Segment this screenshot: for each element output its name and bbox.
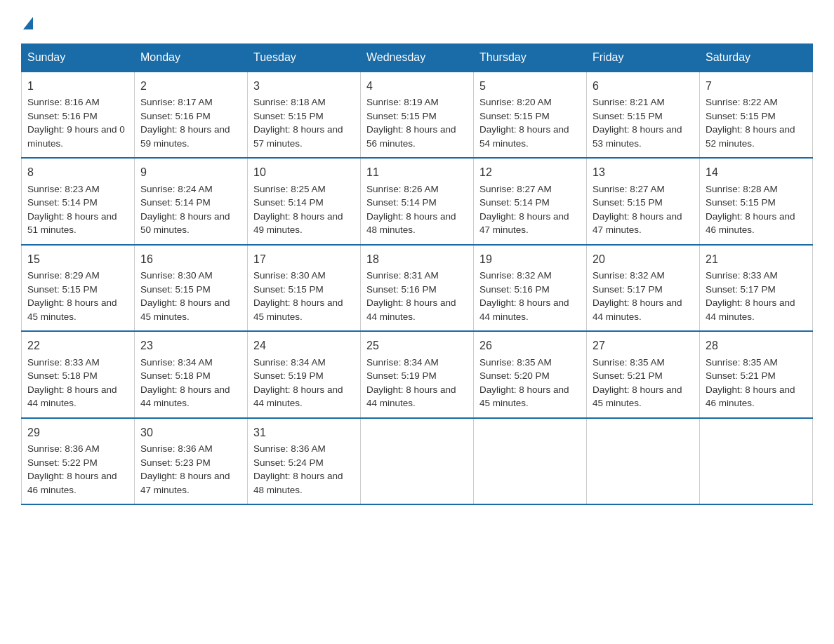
sunset-label: Sunset: 5:14 PM <box>27 197 98 208</box>
daylight-label: Daylight: 8 hours and 54 minutes. <box>479 124 569 149</box>
day-number: 11 <box>366 164 468 180</box>
sunrise-label: Sunrise: 8:36 AM <box>253 443 326 454</box>
sunset-label: Sunset: 5:14 PM <box>253 197 324 208</box>
calendar-week-row: 1Sunrise: 8:16 AMSunset: 5:16 PMDaylight… <box>22 72 813 158</box>
daylight-label: Daylight: 8 hours and 45 minutes. <box>27 297 117 322</box>
sunset-label: Sunset: 5:15 PM <box>253 284 324 295</box>
day-number: 10 <box>253 164 355 180</box>
day-number: 27 <box>593 337 694 354</box>
daylight-label: Daylight: 8 hours and 48 minutes. <box>366 211 456 236</box>
day-number: 1 <box>27 78 128 94</box>
calendar-week-row: 22Sunrise: 8:33 AMSunset: 5:18 PMDayligh… <box>22 331 813 417</box>
sunset-label: Sunset: 5:18 PM <box>140 370 211 381</box>
sunset-label: Sunset: 5:15 PM <box>593 197 663 208</box>
day-number: 29 <box>27 424 128 441</box>
calendar-cell: 20Sunrise: 8:32 AMSunset: 5:17 PMDayligh… <box>587 245 700 331</box>
daylight-label: Daylight: 8 hours and 45 minutes. <box>479 384 569 409</box>
daylight-label: Daylight: 8 hours and 45 minutes. <box>140 297 230 322</box>
calendar-cell: 19Sunrise: 8:32 AMSunset: 5:16 PMDayligh… <box>474 245 587 331</box>
sunrise-label: Sunrise: 8:31 AM <box>366 270 439 281</box>
sunrise-label: Sunrise: 8:34 AM <box>366 357 439 368</box>
day-number: 5 <box>479 78 581 94</box>
sunset-label: Sunset: 5:15 PM <box>366 111 437 121</box>
sunset-label: Sunset: 5:15 PM <box>140 284 211 295</box>
day-number: 14 <box>706 164 807 180</box>
daylight-label: Daylight: 8 hours and 44 minutes. <box>253 384 343 409</box>
sunrise-label: Sunrise: 8:34 AM <box>140 357 213 368</box>
calendar-week-row: 15Sunrise: 8:29 AMSunset: 5:15 PMDayligh… <box>22 245 813 331</box>
sunset-label: Sunset: 5:23 PM <box>140 457 211 468</box>
day-number: 21 <box>706 251 807 267</box>
daylight-label: Daylight: 8 hours and 44 minutes. <box>140 384 230 409</box>
day-number: 19 <box>479 251 581 267</box>
calendar-cell: 30Sunrise: 8:36 AMSunset: 5:23 PMDayligh… <box>135 418 248 504</box>
sunset-label: Sunset: 5:17 PM <box>593 284 663 295</box>
day-number: 28 <box>706 337 807 354</box>
sunset-label: Sunset: 5:15 PM <box>253 111 324 121</box>
day-number: 22 <box>27 337 128 354</box>
sunrise-label: Sunrise: 8:27 AM <box>479 184 552 194</box>
calendar-table: SundayMondayTuesdayWednesdayThursdayFrid… <box>21 43 813 505</box>
day-number: 23 <box>140 337 241 354</box>
daylight-label: Daylight: 8 hours and 45 minutes. <box>253 297 343 322</box>
calendar-cell <box>700 418 813 504</box>
day-number: 2 <box>140 78 241 94</box>
sunrise-label: Sunrise: 8:18 AM <box>253 97 326 107</box>
calendar-cell: 2Sunrise: 8:17 AMSunset: 5:16 PMDaylight… <box>135 72 248 158</box>
daylight-label: Daylight: 8 hours and 46 minutes. <box>706 211 795 236</box>
calendar-cell: 13Sunrise: 8:27 AMSunset: 5:15 PMDayligh… <box>587 158 700 244</box>
daylight-label: Daylight: 8 hours and 44 minutes. <box>706 297 795 322</box>
daylight-label: Daylight: 8 hours and 49 minutes. <box>253 211 343 236</box>
sunrise-label: Sunrise: 8:33 AM <box>27 357 100 368</box>
sunrise-label: Sunrise: 8:29 AM <box>27 270 100 281</box>
calendar-cell: 27Sunrise: 8:35 AMSunset: 5:21 PMDayligh… <box>587 331 700 417</box>
daylight-label: Daylight: 8 hours and 50 minutes. <box>140 211 230 236</box>
sunrise-label: Sunrise: 8:30 AM <box>253 270 326 281</box>
calendar-cell: 18Sunrise: 8:31 AMSunset: 5:16 PMDayligh… <box>361 245 474 331</box>
sunset-label: Sunset: 5:22 PM <box>27 457 98 468</box>
sunset-label: Sunset: 5:15 PM <box>706 197 776 208</box>
sunset-label: Sunset: 5:16 PM <box>140 111 211 121</box>
day-number: 18 <box>366 251 468 267</box>
sunset-label: Sunset: 5:24 PM <box>253 457 324 468</box>
day-number: 4 <box>366 78 468 94</box>
sunset-label: Sunset: 5:15 PM <box>27 284 98 295</box>
sunset-label: Sunset: 5:18 PM <box>27 370 98 381</box>
daylight-label: Daylight: 8 hours and 48 minutes. <box>253 471 343 495</box>
day-number: 31 <box>253 424 355 441</box>
day-header-tuesday: Tuesday <box>248 44 361 72</box>
calendar-header-row: SundayMondayTuesdayWednesdayThursdayFrid… <box>22 44 813 72</box>
sunrise-label: Sunrise: 8:17 AM <box>140 97 213 107</box>
day-header-wednesday: Wednesday <box>361 44 474 72</box>
calendar-cell: 8Sunrise: 8:23 AMSunset: 5:14 PMDaylight… <box>22 158 135 244</box>
sunset-label: Sunset: 5:20 PM <box>479 370 550 381</box>
sunrise-label: Sunrise: 8:35 AM <box>479 357 552 368</box>
calendar-week-row: 29Sunrise: 8:36 AMSunset: 5:22 PMDayligh… <box>22 418 813 504</box>
calendar-cell: 3Sunrise: 8:18 AMSunset: 5:15 PMDaylight… <box>248 72 361 158</box>
day-number: 24 <box>253 337 355 354</box>
calendar-cell: 14Sunrise: 8:28 AMSunset: 5:15 PMDayligh… <box>700 158 813 244</box>
daylight-label: Daylight: 8 hours and 44 minutes. <box>366 384 456 409</box>
calendar-cell: 11Sunrise: 8:26 AMSunset: 5:14 PMDayligh… <box>361 158 474 244</box>
daylight-label: Daylight: 8 hours and 51 minutes. <box>27 211 117 236</box>
calendar-cell: 23Sunrise: 8:34 AMSunset: 5:18 PMDayligh… <box>135 331 248 417</box>
calendar-cell: 22Sunrise: 8:33 AMSunset: 5:18 PMDayligh… <box>22 331 135 417</box>
daylight-label: Daylight: 8 hours and 56 minutes. <box>366 124 456 149</box>
day-number: 15 <box>27 251 128 267</box>
sunset-label: Sunset: 5:16 PM <box>479 284 550 295</box>
calendar-cell: 24Sunrise: 8:34 AMSunset: 5:19 PMDayligh… <box>248 331 361 417</box>
day-header-thursday: Thursday <box>474 44 587 72</box>
logo <box>21 14 33 29</box>
daylight-label: Daylight: 8 hours and 46 minutes. <box>27 471 117 495</box>
daylight-label: Daylight: 8 hours and 46 minutes. <box>706 384 795 409</box>
daylight-label: Daylight: 8 hours and 57 minutes. <box>253 124 343 149</box>
calendar-cell: 26Sunrise: 8:35 AMSunset: 5:20 PMDayligh… <box>474 331 587 417</box>
sunset-label: Sunset: 5:15 PM <box>593 111 663 121</box>
calendar-cell: 29Sunrise: 8:36 AMSunset: 5:22 PMDayligh… <box>22 418 135 504</box>
sunrise-label: Sunrise: 8:34 AM <box>253 357 326 368</box>
calendar-cell: 28Sunrise: 8:35 AMSunset: 5:21 PMDayligh… <box>700 331 813 417</box>
daylight-label: Daylight: 8 hours and 52 minutes. <box>706 124 795 149</box>
sunset-label: Sunset: 5:19 PM <box>253 370 324 381</box>
sunrise-label: Sunrise: 8:36 AM <box>140 443 213 454</box>
day-number: 17 <box>253 251 355 267</box>
